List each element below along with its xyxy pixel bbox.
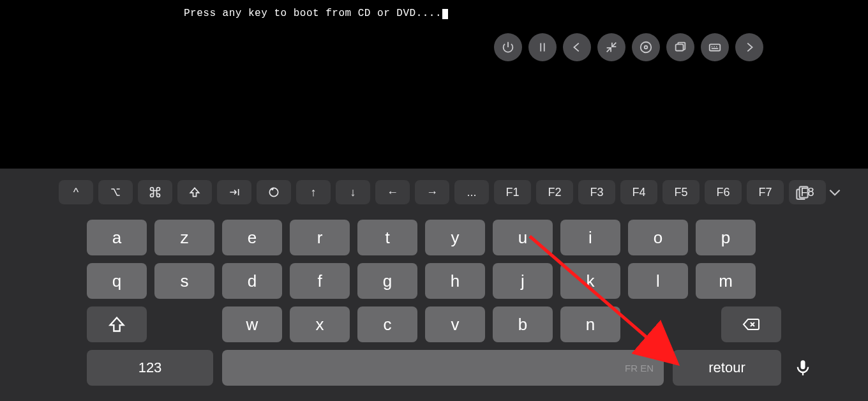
letter-row-1: a z e r t y u i o p [87,220,756,255]
forward-button[interactable] [735,33,763,61]
arrow-left-key[interactable]: ← [375,180,410,204]
power-button[interactable] [494,33,522,61]
arrow-right-key[interactable]: → [415,180,449,204]
function-row: ^ ↑ ↓ ← → ... F1 F2 F3 F4 F5 F6 F7 F8 [59,180,826,204]
back-button[interactable] [563,33,591,61]
key-d[interactable]: d [222,263,282,299]
arrow-down-key[interactable]: ↓ [336,180,370,204]
key-t[interactable]: t [357,220,417,255]
option-key[interactable] [98,180,133,204]
key-c[interactable]: c [357,306,417,342]
key-g[interactable]: g [357,263,417,299]
svg-rect-4 [800,186,808,197]
svg-rect-3 [710,44,721,50]
f7-key[interactable]: F7 [747,180,784,204]
delete-key[interactable] [721,306,781,342]
key-v[interactable]: v [425,306,485,342]
return-key[interactable]: retour [673,350,781,386]
pause-button[interactable] [528,33,557,61]
command-key[interactable] [138,180,172,204]
f6-key[interactable]: F6 [705,180,742,204]
shrink-button[interactable] [597,33,625,61]
svg-rect-2 [676,44,684,50]
key-y[interactable]: y [425,220,485,255]
more-key[interactable]: ... [454,180,489,204]
svg-rect-5 [801,360,805,369]
svg-point-0 [641,42,652,53]
space-key[interactable]: FR EN [222,350,664,386]
disc-button[interactable] [632,33,660,61]
key-h[interactable]: h [425,263,485,299]
key-i[interactable]: i [560,220,620,255]
key-a[interactable]: a [87,220,147,255]
key-u[interactable]: u [493,220,553,255]
key-l[interactable]: l [628,263,688,299]
key-q[interactable]: q [87,263,147,299]
key-j[interactable]: j [493,263,553,299]
key-r[interactable]: r [290,220,350,255]
key-w[interactable]: w [222,306,282,342]
key-p[interactable]: p [696,220,756,255]
text-cursor [442,9,448,19]
shift-key[interactable] [87,306,147,342]
key-n[interactable]: n [560,306,620,342]
svg-point-1 [645,46,648,49]
key-m[interactable]: m [696,263,756,299]
keyboard-button[interactable] [701,33,729,61]
numbers-key[interactable]: 123 [87,350,213,386]
shift-mod-key[interactable] [177,180,212,204]
key-b[interactable]: b [493,306,553,342]
key-s[interactable]: s [154,263,214,299]
ctrl-key[interactable]: ^ [59,180,93,204]
key-k[interactable]: k [560,263,620,299]
onscreen-keyboard: ^ ↑ ↓ ← → ... F1 F2 F3 F4 F5 F6 F7 F8 a … [0,169,868,401]
windows-button[interactable] [666,33,694,61]
key-o[interactable]: o [628,220,688,255]
key-z[interactable]: z [154,220,214,255]
letter-row-3: w x c v b n [222,306,620,342]
vm-toolbar [494,33,763,61]
boot-prompt: Press any key to boot from CD or DVD.... [184,8,448,19]
arrow-up-key[interactable]: ↑ [296,180,331,204]
tab-key[interactable] [217,180,251,204]
key-e[interactable]: e [222,220,282,255]
language-hint: FR EN [625,363,654,374]
f4-key[interactable]: F4 [620,180,657,204]
key-f[interactable]: f [290,263,350,299]
f1-key[interactable]: F1 [494,180,531,204]
console-area[interactable]: Press any key to boot from CD or DVD.... [0,0,868,169]
letter-row-2: q s d f g h j k l m [87,263,756,299]
escape-key[interactable] [257,180,291,204]
boot-prompt-text: Press any key to boot from CD or DVD.... [184,8,442,19]
f5-key[interactable]: F5 [662,180,700,204]
f2-key[interactable]: F2 [536,180,573,204]
clipboard-icon[interactable] [790,180,814,204]
key-x[interactable]: x [290,306,350,342]
f3-key[interactable]: F3 [578,180,615,204]
collapse-keyboard-icon[interactable] [821,180,849,204]
dictation-icon[interactable] [789,350,817,386]
